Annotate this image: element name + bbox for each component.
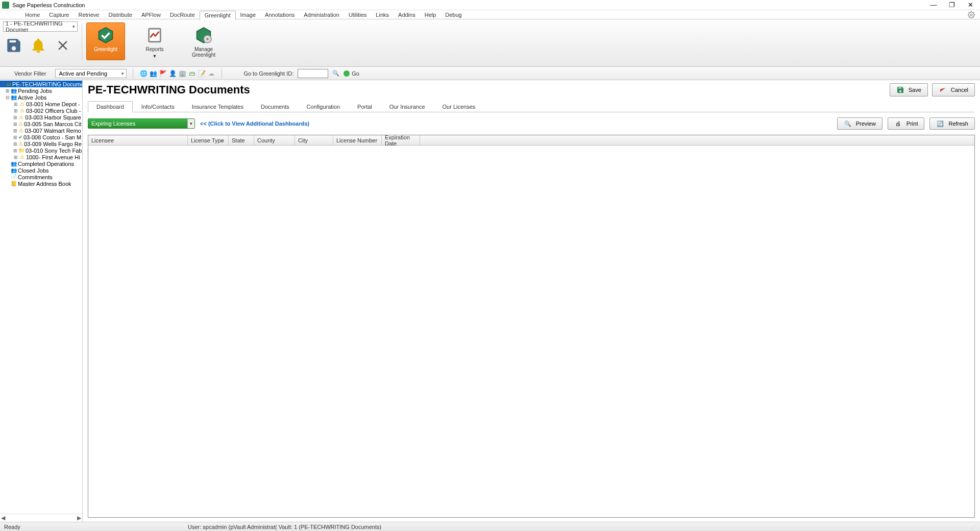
menu-image[interactable]: Image bbox=[236, 11, 261, 19]
resize-grip-icon[interactable]: ⋰ bbox=[971, 523, 976, 530]
tree-job[interactable]: ⊞⚠03-001 Home Depot - bbox=[0, 101, 82, 107]
reports-dropdown-icon[interactable]: ▼ bbox=[135, 54, 174, 59]
ribbon-manage-button[interactable]: Manage Greenlight bbox=[184, 22, 223, 60]
col-licensee[interactable]: Licensee bbox=[88, 135, 188, 145]
save-button[interactable]: Save bbox=[890, 83, 928, 96]
tab-insurance-templates[interactable]: Insurance Templates bbox=[183, 101, 252, 112]
expand-icon[interactable]: ⊞ bbox=[13, 108, 18, 113]
flag-icon[interactable]: 🚩 bbox=[159, 69, 167, 78]
menu-docroute[interactable]: DocRoute bbox=[165, 11, 200, 19]
go-button[interactable]: Go bbox=[344, 70, 359, 77]
search-icon[interactable]: 🔍 bbox=[332, 70, 339, 77]
menu-apflow[interactable]: APFlow bbox=[137, 11, 165, 19]
tree-job[interactable]: ⊞⚠03-002 Officers Club - bbox=[0, 107, 82, 114]
warning-icon: ⚠ bbox=[18, 128, 24, 134]
menu-capture[interactable]: Capture bbox=[44, 11, 74, 19]
bell-icon[interactable] bbox=[28, 35, 49, 56]
grid-body[interactable] bbox=[88, 146, 974, 517]
gear-icon[interactable] bbox=[968, 11, 975, 18]
menu-links[interactable]: Links bbox=[371, 11, 394, 19]
menu-distribute[interactable]: Distribute bbox=[104, 11, 136, 19]
tree-job[interactable]: ⊞⚠03-007 Walmart Remo bbox=[0, 127, 82, 134]
tab-portal[interactable]: Portal bbox=[349, 101, 381, 112]
preview-button[interactable]: 🔍 Preview bbox=[837, 117, 883, 130]
tab-our-insurance[interactable]: Our Insurance bbox=[381, 101, 434, 112]
tree-completed[interactable]: 👥Completed Operations bbox=[0, 160, 82, 167]
tree-pending-jobs[interactable]: ⊞ 👥 Pending Jobs bbox=[0, 87, 82, 94]
expand-icon[interactable]: ⊞ bbox=[13, 122, 17, 127]
tree-job[interactable]: ⊞✔03-008 Costco - San M bbox=[0, 134, 82, 140]
tab-our-licenses[interactable]: Our Licenses bbox=[434, 101, 484, 112]
col-city[interactable]: City bbox=[295, 135, 333, 145]
col-county[interactable]: County bbox=[254, 135, 295, 145]
menu-utilities[interactable]: Utilities bbox=[344, 11, 371, 19]
close-button[interactable]: ✕ bbox=[966, 2, 975, 9]
tree-job[interactable]: ⊞📁03-010 Sony Tech Fab bbox=[0, 147, 82, 154]
edit-icon[interactable]: 📝 bbox=[198, 69, 206, 78]
tree-job[interactable]: ⊞⚠03-009 Wells Fargo Re bbox=[0, 140, 82, 147]
vault-selector[interactable]: 1 - PE-TECHWRITING Documer bbox=[3, 21, 78, 32]
ribbon-reports-button[interactable]: Reports bbox=[135, 22, 174, 55]
dashboard-select[interactable]: Expiring Licenses ▾ bbox=[88, 118, 195, 129]
tree-active-jobs[interactable]: ⊟ 👥 Active Jobs bbox=[0, 94, 82, 101]
user-icon[interactable]: 👤 bbox=[168, 69, 177, 78]
menu-addins[interactable]: Addins bbox=[394, 11, 420, 19]
cloud-icon[interactable]: ☁ bbox=[207, 69, 215, 78]
ribbon-greenlight-button[interactable]: Greenlight bbox=[86, 22, 125, 60]
menu-debug[interactable]: Debug bbox=[440, 11, 466, 19]
expand-icon[interactable]: ⊞ bbox=[13, 135, 17, 140]
folder-icon: 🗂 bbox=[6, 81, 11, 87]
scroll-right-icon[interactable]: ▶ bbox=[77, 515, 81, 521]
col-license-type[interactable]: License Type▲ bbox=[188, 135, 229, 145]
globe-icon[interactable]: 🌐 bbox=[139, 69, 148, 78]
tree-job[interactable]: ⊞⚠1000- First Avenue Hi bbox=[0, 154, 82, 160]
menu-retrieve[interactable]: Retrieve bbox=[74, 11, 104, 19]
refresh-icon: 🔄 bbox=[936, 119, 944, 128]
tree-root[interactable]: ⊟ 🗂 PE-TECHWRITING Documents bbox=[0, 81, 82, 87]
col-expiration-date[interactable]: Expiration Date bbox=[382, 135, 420, 145]
print-button[interactable]: 🖨 Print bbox=[888, 117, 925, 130]
expand-icon[interactable]: ⊞ bbox=[13, 115, 17, 120]
minimize-button[interactable]: — bbox=[929, 2, 938, 9]
tree-commitments[interactable]: 📄Commitments bbox=[0, 174, 82, 180]
col-license-number[interactable]: License Number bbox=[333, 135, 382, 145]
chevron-down-icon[interactable]: ▾ bbox=[187, 119, 194, 128]
tab-configuration[interactable]: Configuration bbox=[298, 101, 349, 112]
tree-closed[interactable]: 👥Closed Jobs bbox=[0, 167, 82, 174]
building-icon[interactable]: 🏢 bbox=[178, 69, 186, 78]
app-title: Sage Paperless Construction bbox=[12, 2, 85, 8]
menu-greenlight[interactable]: Greenlight bbox=[200, 11, 236, 20]
menu-annotations[interactable]: Annotations bbox=[260, 11, 299, 19]
collapse-icon[interactable]: ⊟ bbox=[5, 95, 10, 100]
goto-input[interactable] bbox=[298, 69, 328, 78]
tab-info-contacts[interactable]: Info/Contacts bbox=[133, 101, 183, 112]
people-icon[interactable]: 👥 bbox=[149, 69, 157, 78]
calc-icon[interactable]: 🗃 bbox=[188, 69, 196, 78]
expand-icon[interactable]: ⊞ bbox=[13, 155, 18, 160]
maximize-button[interactable]: ❐ bbox=[947, 2, 957, 9]
expand-icon[interactable]: ⊞ bbox=[13, 148, 17, 153]
cancel-button[interactable]: Cancel bbox=[932, 83, 975, 96]
additional-dashboards-link[interactable]: << (Click to View Additional Dashboards) bbox=[200, 120, 309, 127]
delete-icon[interactable] bbox=[52, 35, 74, 56]
expand-icon[interactable]: ⊞ bbox=[13, 128, 17, 133]
save-icon[interactable] bbox=[3, 35, 24, 56]
refresh-button[interactable]: 🔄 Refresh bbox=[929, 117, 975, 130]
tab-documents[interactable]: Documents bbox=[252, 101, 298, 112]
scroll-left-icon[interactable]: ◀ bbox=[1, 515, 5, 521]
collapse-icon[interactable]: ⊟ bbox=[1, 82, 5, 87]
expand-icon[interactable]: ⊞ bbox=[13, 141, 17, 147]
expand-icon[interactable]: ⊞ bbox=[13, 102, 18, 107]
vendor-filter-select[interactable]: Active and Pending bbox=[55, 69, 127, 78]
tree-job[interactable]: ⊞⚠03-003 Harbor Square bbox=[0, 114, 82, 120]
menu-home[interactable]: Home bbox=[20, 11, 44, 19]
col-state[interactable]: State bbox=[229, 135, 254, 145]
menu-administration[interactable]: Administration bbox=[299, 11, 344, 19]
tree-master-address[interactable]: 📒Master Address Book bbox=[0, 180, 82, 187]
menu-help[interactable]: Help bbox=[420, 11, 441, 19]
expand-icon[interactable]: ⊞ bbox=[5, 88, 10, 93]
tree-hscroll[interactable]: ◀ ▶ bbox=[0, 514, 82, 522]
tab-dashboard[interactable]: Dashboard bbox=[88, 101, 133, 112]
cancel-label: Cancel bbox=[951, 87, 968, 93]
tree-job[interactable]: ⊞⚠03-005 San Marcos Cit bbox=[0, 120, 82, 127]
